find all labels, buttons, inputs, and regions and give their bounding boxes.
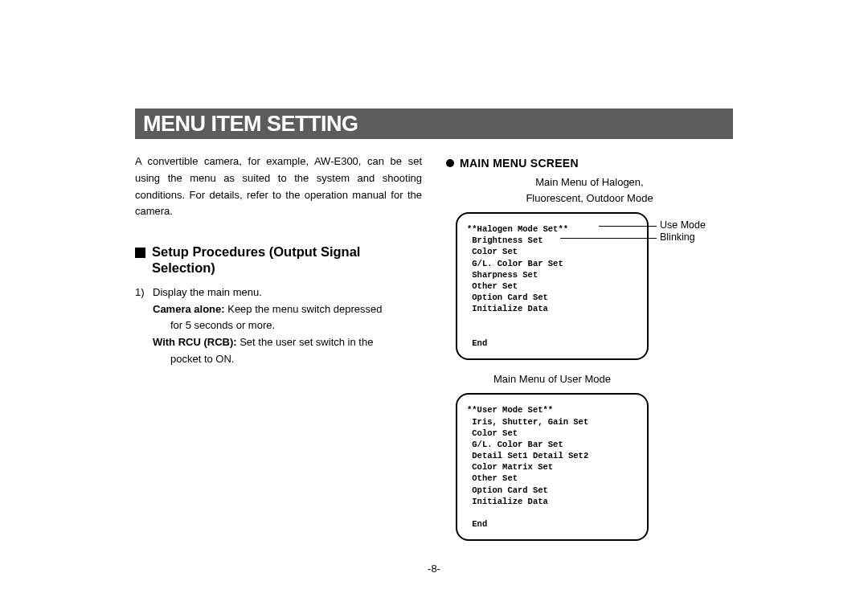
step-list: 1) Display the main menu. Camera alone: … bbox=[135, 284, 422, 368]
section-header: Setup Procedures (Output Signal Selectio… bbox=[135, 244, 422, 276]
page-title: MENU ITEM SETTING bbox=[143, 112, 358, 137]
two-column-layout: A convertible camera, for example, AW-E3… bbox=[135, 154, 733, 552]
leader-line-1 bbox=[599, 226, 657, 227]
main-menu-heading: MAIN MENU SCREEN bbox=[460, 157, 579, 170]
document-page: MENU ITEM SETTING A convertible camera, … bbox=[135, 108, 733, 552]
step-main-text: Display the main menu. bbox=[153, 286, 262, 298]
leader-line-2 bbox=[560, 238, 657, 239]
left-column: A convertible camera, for example, AW-E3… bbox=[135, 154, 422, 552]
user-menu-screen: **User Mode Set** Iris, Shutter, Gain Se… bbox=[456, 393, 649, 541]
title-bar: MENU ITEM SETTING bbox=[135, 108, 733, 139]
square-bullet-icon bbox=[135, 248, 145, 258]
circle-bullet-icon bbox=[446, 159, 454, 167]
intro-paragraph: A convertible camera, for example, AW-E3… bbox=[135, 154, 422, 220]
screen1-wrap: **Halogen Mode Set** Brightness Set Colo… bbox=[446, 212, 733, 360]
with-rcu-label: With RCU (RCB): bbox=[153, 336, 237, 348]
screen2-caption: Main Menu of User Mode bbox=[446, 371, 658, 387]
camera-alone-label: Camera alone: bbox=[153, 303, 225, 315]
right-column: MAIN MENU SCREEN Main Menu of Halogen, F… bbox=[446, 154, 733, 552]
with-rcu-cont: pocket to ON. bbox=[153, 351, 422, 368]
halogen-menu-screen: **Halogen Mode Set** Brightness Set Colo… bbox=[456, 212, 649, 360]
camera-alone-text: Keep the menu switch depressed bbox=[225, 303, 383, 315]
screen2-wrap: **User Mode Set** Iris, Shutter, Gain Se… bbox=[446, 393, 733, 541]
screen1-caption: Main Menu of Halogen, Fluorescent, Outdo… bbox=[446, 174, 733, 206]
step-number: 1) bbox=[135, 284, 153, 368]
annotation-use-mode: Use Mode bbox=[660, 219, 706, 231]
sub-header: MAIN MENU SCREEN bbox=[446, 157, 733, 170]
page-number: -8- bbox=[428, 563, 440, 575]
step-item: 1) Display the main menu. Camera alone: … bbox=[135, 284, 422, 368]
camera-alone-cont: for 5 seconds or more. bbox=[153, 317, 422, 334]
with-rcu-text: Set the user set switch in the bbox=[237, 336, 374, 348]
step-body: Display the main menu. Camera alone: Kee… bbox=[153, 284, 422, 368]
section-heading: Setup Procedures (Output Signal Selectio… bbox=[152, 244, 422, 276]
annotation-blinking: Blinking bbox=[660, 231, 695, 243]
